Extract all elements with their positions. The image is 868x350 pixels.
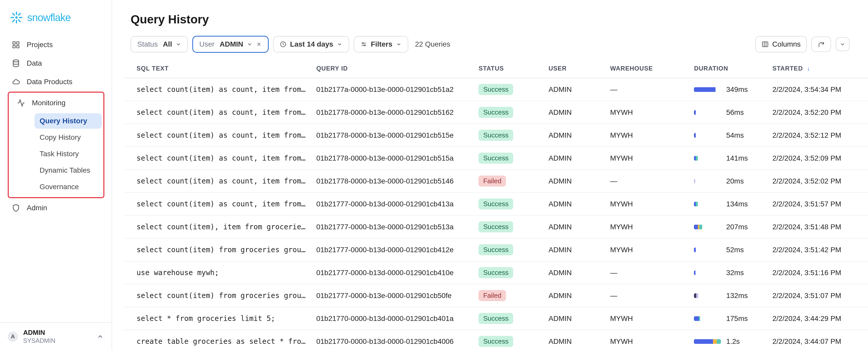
table-row[interactable]: select count(item) as count, item from g…: [124, 78, 868, 101]
cell-query-id: 01b21778-0000-b13e-0000-012901cb515a: [311, 147, 473, 170]
chevron-down-icon: [337, 41, 342, 47]
cell-query-id: 01b21777-0000-b13d-0000-012901cb410e: [311, 261, 473, 284]
cell-status: Success: [473, 124, 543, 147]
duration-text: 132ms: [726, 292, 748, 300]
table-row[interactable]: select * from groceries limit 5;01b21770…: [124, 307, 868, 330]
duration-bar: [694, 339, 721, 344]
cell-started: 2/2/2024, 3:51:42 PM: [767, 238, 868, 261]
cell-query-id: 01b21778-0000-b13e-0000-012901cb515e: [311, 124, 473, 147]
table-row[interactable]: select count(item) from groceries group …: [124, 284, 868, 307]
nav-projects[interactable]: Projects: [5, 35, 106, 54]
th-user[interactable]: USER: [544, 59, 605, 78]
cell-warehouse: MYWH: [605, 238, 689, 261]
duration-text: 349ms: [726, 85, 748, 94]
table-row[interactable]: select count(item) as count, item from g…: [124, 170, 868, 193]
cell-query-id: 01b2177a-0000-b13e-0000-012901cb51a2: [311, 78, 473, 101]
nav-copy-history[interactable]: Copy History: [34, 130, 102, 145]
cell-started: 2/2/2024, 3:52:09 PM: [767, 147, 868, 170]
cell-started: 2/2/2024, 3:44:29 PM: [767, 307, 868, 330]
status-badge: Success: [478, 221, 513, 232]
filter-daterange[interactable]: Last 14 days: [273, 36, 349, 53]
status-badge: Success: [478, 267, 513, 278]
table-wrapper[interactable]: SQL TEXT QUERY ID STATUS USER WAREHOUSE …: [112, 59, 868, 350]
nav-task-history[interactable]: Task History: [34, 146, 102, 162]
cell-warehouse: MYWH: [605, 330, 689, 350]
cell-started: 2/2/2024, 3:52:12 PM: [767, 124, 868, 147]
svg-rect-7: [18, 12, 21, 16]
nav-label: Data Products: [27, 78, 72, 86]
nav-admin[interactable]: Admin: [5, 199, 106, 217]
nav-governance[interactable]: Governance: [34, 179, 102, 195]
duration-text: 1.2s: [726, 338, 740, 346]
avatar: A: [8, 331, 18, 342]
table-row[interactable]: select count(item) as count, item from g…: [124, 193, 868, 215]
duration-text: 141ms: [726, 154, 748, 163]
cell-started: 2/2/2024, 3:51:16 PM: [767, 261, 868, 284]
table-row[interactable]: select count(item) as count, item from g…: [124, 147, 868, 170]
table-row[interactable]: select count(item) from groceries group …: [124, 238, 868, 261]
cell-started: 2/2/2024, 3:54:34 PM: [767, 78, 868, 101]
status-badge: Success: [478, 84, 513, 95]
th-duration[interactable]: DURATION: [689, 59, 767, 78]
chevron-down-icon: [840, 41, 845, 47]
cell-user: ADMIN: [544, 147, 605, 170]
close-icon[interactable]: [256, 41, 262, 47]
cell-warehouse: MYWH: [605, 215, 689, 238]
th-started[interactable]: STARTED ↓: [767, 59, 868, 78]
th-warehouse[interactable]: WAREHOUSE: [605, 59, 689, 78]
svg-rect-9: [13, 42, 15, 44]
duration-bar: [694, 110, 721, 115]
filter-user[interactable]: User ADMIN: [193, 36, 269, 53]
table-row[interactable]: select count(item) as count, item from g…: [124, 101, 868, 124]
columns-button[interactable]: Columns: [755, 36, 807, 53]
nav-dynamic-tables[interactable]: Dynamic Tables: [34, 163, 102, 178]
duration-text: 32ms: [726, 269, 744, 277]
status-badge: Success: [478, 313, 513, 324]
cell-status: Success: [473, 193, 543, 215]
cell-sql: select count(item) as count, item from g…: [124, 101, 311, 124]
duration-bar: [694, 156, 721, 161]
duration-bar: [694, 87, 721, 92]
cell-sql: select count(item) as count, item from g…: [124, 124, 311, 147]
th-status[interactable]: STATUS: [473, 59, 543, 78]
th-query-id[interactable]: QUERY ID: [311, 59, 473, 78]
table-row[interactable]: use warehouse mywh;01b21777-0000-b13d-00…: [124, 261, 868, 284]
brand-logo[interactable]: snowflake: [0, 0, 112, 32]
nav-label: Projects: [27, 41, 53, 49]
status-badge: Success: [478, 107, 513, 118]
duration-text: 207ms: [726, 223, 748, 231]
nav-data[interactable]: Data: [5, 54, 106, 72]
cell-warehouse: MYWH: [605, 307, 689, 330]
cell-user: ADMIN: [544, 215, 605, 238]
nav-monitoring[interactable]: Monitoring: [10, 94, 102, 112]
filter-status[interactable]: Status All: [131, 36, 188, 53]
cell-status: Failed: [473, 170, 543, 193]
cell-duration: 52ms: [689, 238, 767, 261]
table-row[interactable]: select count(item) as count, item from g…: [124, 124, 868, 147]
cell-user: ADMIN: [544, 78, 605, 101]
cell-status: Success: [473, 101, 543, 124]
user-footer[interactable]: A ADMIN SYSADMIN: [0, 322, 112, 350]
table-row[interactable]: create table groceries as select * from …: [124, 330, 868, 350]
cell-status: Success: [473, 215, 543, 238]
chevron-down-icon: [396, 41, 402, 47]
cell-sql: select count(item) as count, item from g…: [124, 78, 311, 101]
svg-rect-10: [17, 42, 19, 44]
cell-query-id: 01b21778-0000-b13e-0000-012901cb5146: [311, 170, 473, 193]
clock-icon: [280, 41, 286, 48]
duration-text: 134ms: [726, 200, 748, 208]
table-row[interactable]: select count(item), item from groceries …: [124, 215, 868, 238]
th-sql[interactable]: SQL TEXT: [124, 59, 311, 78]
nav-data-products[interactable]: Data Products: [5, 72, 106, 91]
nav-query-history[interactable]: Query History: [34, 113, 102, 129]
refresh-button[interactable]: [811, 36, 831, 52]
shield-icon: [11, 203, 21, 212]
filter-more[interactable]: Filters: [354, 36, 408, 53]
cell-sql: select count(item) as count, item from g…: [124, 170, 311, 193]
cell-query-id: 01b21777-0000-b13d-0000-012901cb412e: [311, 238, 473, 261]
cell-user: ADMIN: [544, 238, 605, 261]
columns-label: Columns: [772, 40, 801, 48]
refresh-menu-button[interactable]: [836, 37, 849, 51]
user-name: ADMIN: [23, 329, 92, 337]
cell-warehouse: MYWH: [605, 147, 689, 170]
